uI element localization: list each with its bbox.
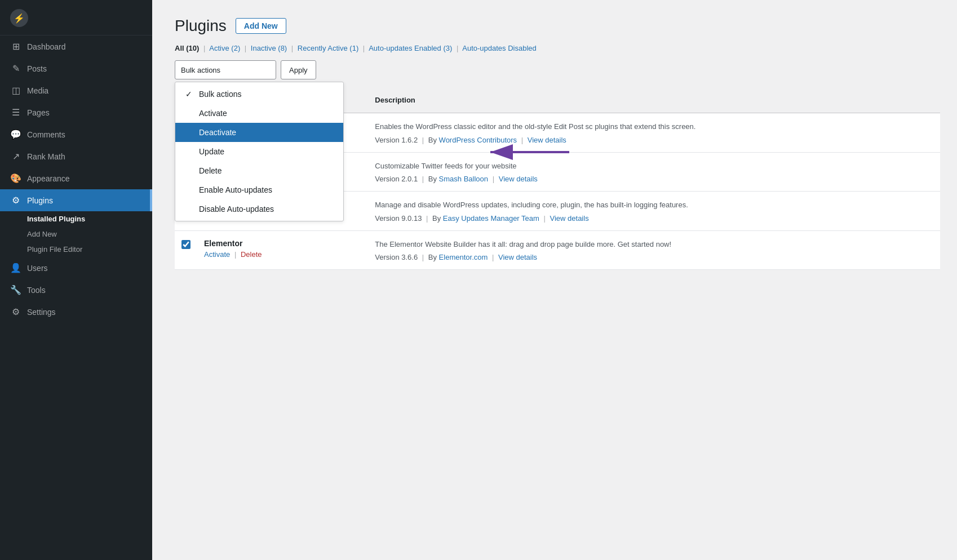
sidebar-item-label: Dashboard (27, 42, 66, 51)
view-details-link[interactable]: View details (499, 175, 538, 183)
pages-icon: ☰ (10, 107, 21, 118)
bulk-actions-dropdown: ✓ Bulk actions Activate Deactivate Updat… (175, 82, 344, 221)
page-title: Plugins (175, 17, 227, 35)
sidebar-item-pages[interactable]: ☰ Pages (0, 101, 152, 123)
sidebar-item-posts[interactable]: ✎ Posts (0, 57, 152, 79)
plugin-meta: Version 2.0.1 | By Smash Balloon | View … (375, 175, 933, 183)
media-icon: ◫ (10, 85, 21, 96)
posts-icon: ✎ (10, 63, 21, 74)
sidebar-item-settings[interactable]: ⚙ Settings (0, 301, 152, 323)
author-link[interactable]: Elementor.com (439, 253, 488, 261)
dropdown-item-update[interactable]: Update (175, 142, 343, 161)
plugin-checkbox[interactable] (181, 240, 190, 249)
classic-editor-desc: Enables the WordPress classic editor and… (375, 121, 933, 132)
view-details-link[interactable]: View details (498, 253, 537, 261)
sidebar-item-media[interactable]: ◫ Media (0, 79, 152, 101)
plugin-desc-cell: Enables the WordPress classic editor and… (368, 113, 940, 153)
sidebar-item-users[interactable]: 👤 Users (0, 257, 152, 279)
sidebar-item-tools[interactable]: 🔧 Tools (0, 279, 152, 301)
filter-bar: All (10) | Active (2) | Inactive (8) | R… (175, 44, 940, 52)
wp-logo: ⚡ (10, 9, 28, 27)
rank-math-icon: ↗ (10, 151, 21, 162)
plugin-meta: Version 3.6.6 | By Elementor.com | View … (375, 253, 933, 261)
filter-inactive[interactable]: Inactive (8) (251, 44, 289, 52)
dropdown-item-deactivate[interactable]: Deactivate (175, 123, 343, 142)
classic-editor-view-details[interactable]: View details (528, 136, 566, 144)
appearance-icon: 🎨 (10, 173, 21, 184)
bulk-actions-select[interactable]: Bulk actions (175, 60, 276, 79)
bulk-actions-wrap: Bulk actions ✓ Bulk actions Activate Dea… (175, 60, 276, 79)
plugin-actions: Activate | Delete (204, 250, 361, 259)
plugin-description: Manage and disable WordPress updates, in… (375, 199, 933, 211)
sidebar-item-rank-math[interactable]: ↗ Rank Math (0, 145, 152, 167)
apply-button[interactable]: Apply (281, 60, 316, 79)
checkmark-icon: ✓ (185, 90, 194, 99)
dropdown-item-activate[interactable]: Activate (175, 104, 343, 123)
classic-editor-meta: Version 1.6.2 | By WordPress Contributor… (375, 136, 933, 144)
sidebar-header: ⚡ (0, 0, 152, 35)
dropdown-item-bulk-actions[interactable]: ✓ Bulk actions (175, 85, 343, 104)
dropdown-item-enable-auto-updates[interactable]: Enable Auto-updates (175, 180, 343, 199)
page-title-area: Plugins Add New (175, 17, 940, 35)
plugin-description: Customizable Twitter feeds for your webs… (375, 161, 933, 172)
dropdown-item-disable-auto-updates[interactable]: Disable Auto-updates (175, 199, 343, 219)
filter-auto-updates-disabled[interactable]: Auto-updates Disabled (462, 44, 537, 52)
sidebar-item-appearance[interactable]: 🎨 Appearance (0, 167, 152, 189)
plugin-desc-cell: Customizable Twitter feeds for your webs… (368, 152, 940, 192)
sidebar-item-plugins[interactable]: ⚙ Plugins (0, 189, 152, 211)
author-link[interactable]: Smash Balloon (439, 175, 488, 183)
plugin-info-cell: Elementor Activate | Delete (197, 230, 368, 270)
plugin-meta: Version 9.0.13 | By Easy Updates Manager… (375, 214, 933, 223)
plugin-desc-cell: Manage and disable WordPress updates, in… (368, 192, 940, 231)
sidebar-item-label: Comments (27, 130, 65, 139)
table-row: Elementor Activate | Delete The Elemento… (175, 230, 940, 270)
sidebar-item-dashboard[interactable]: ⊞ Dashboard (0, 35, 152, 57)
filter-recently-active[interactable]: Recently Active (1) (298, 44, 361, 52)
plugins-icon: ⚙ (10, 195, 21, 206)
filter-auto-updates-enabled[interactable]: Auto-updates Enabled (3) (369, 44, 454, 52)
sidebar-item-label: Rank Math (27, 152, 65, 161)
plugin-name: Elementor (204, 239, 361, 248)
activate-link[interactable]: Activate (204, 250, 230, 259)
tools-icon: 🔧 (10, 285, 21, 295)
sidebar-item-label: Plugins (27, 196, 53, 205)
delete-link[interactable]: Delete (241, 250, 262, 259)
users-icon: 👤 (10, 263, 21, 273)
main-content: Plugins Add New All (10) | Active (2) | … (152, 0, 957, 560)
filter-all[interactable]: All (10) (175, 44, 201, 52)
view-details-link[interactable]: View details (550, 214, 589, 223)
sidebar: ⚡ ⊞ Dashboard ✎ Posts ◫ Media ☰ Pages 💬 … (0, 0, 152, 560)
settings-icon: ⚙ (10, 306, 21, 317)
sidebar-item-label: Users (27, 264, 48, 273)
author-link[interactable]: Easy Updates Manager Team (443, 214, 539, 223)
dashboard-icon: ⊞ (10, 41, 21, 52)
toolbar: Bulk actions ✓ Bulk actions Activate Dea… (175, 60, 940, 79)
comments-icon: 💬 (10, 129, 21, 140)
dropdown-item-delete[interactable]: Delete (175, 161, 343, 180)
plugins-submenu: Installed Plugins Add New Plugin File Ed… (0, 211, 152, 257)
sidebar-item-label: Media (27, 86, 48, 95)
sidebar-item-label: Settings (27, 308, 56, 317)
classic-editor-author-link[interactable]: WordPress Contributors (439, 136, 517, 144)
plugin-checkbox-cell (175, 230, 197, 270)
sidebar-item-comments[interactable]: 💬 Comments (0, 123, 152, 145)
sidebar-item-label: Tools (27, 286, 46, 295)
col-description: Description (368, 87, 940, 113)
filter-active[interactable]: Active (2) (209, 44, 242, 52)
sidebar-item-label: Appearance (27, 174, 70, 183)
submenu-plugin-file-editor[interactable]: Plugin File Editor (27, 242, 152, 257)
submenu-add-new[interactable]: Add New (27, 226, 152, 242)
add-new-button[interactable]: Add New (236, 18, 286, 34)
sidebar-item-label: Posts (27, 64, 47, 73)
submenu-installed-plugins[interactable]: Installed Plugins (27, 211, 152, 226)
sidebar-item-label: Pages (27, 108, 50, 117)
plugin-description: The Elementor Website Builder has it all… (375, 239, 933, 250)
plugin-desc-cell: The Elementor Website Builder has it all… (368, 230, 940, 270)
